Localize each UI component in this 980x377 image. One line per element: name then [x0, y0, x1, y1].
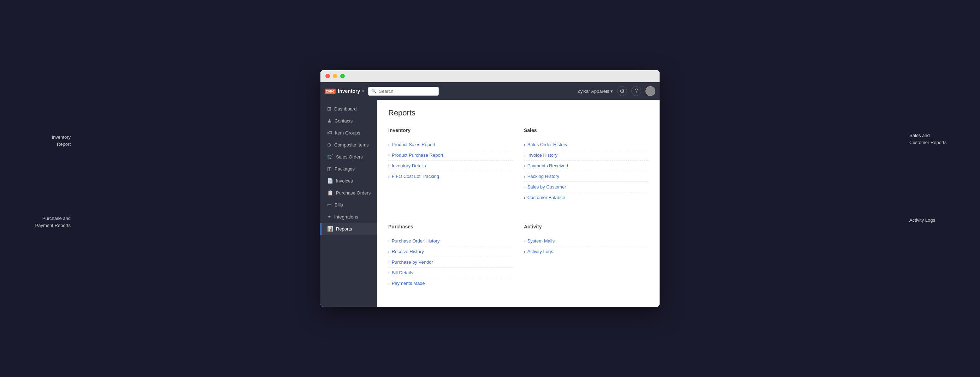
sidebar-item-integrations[interactable]: ✦ Integrations	[320, 211, 377, 223]
sidebar-item-bills[interactable]: ▭ Bills	[320, 199, 377, 211]
reports-grid: Inventory › Product Sales Report › Produ…	[388, 127, 648, 298]
chevron-icon: ›	[388, 164, 390, 168]
annotation-activity-logs: Activity Logs	[909, 217, 935, 224]
contacts-icon: ♟	[327, 118, 332, 124]
sidebar-label-invoices: Invoices	[336, 178, 353, 184]
system-mails-link[interactable]: › System Mails	[524, 236, 648, 246]
invoices-icon: 📄	[327, 178, 333, 184]
reports-icon: 📊	[327, 226, 333, 231]
packing-history-link[interactable]: › Packing History	[524, 171, 648, 182]
chevron-icon: ›	[524, 174, 525, 179]
org-name[interactable]: Zylkar Apparels ▾	[578, 89, 613, 94]
chevron-icon: ›	[524, 143, 525, 147]
search-input[interactable]	[379, 89, 435, 94]
invoice-history-link[interactable]: › Invoice History	[524, 150, 648, 161]
zoho-logo-badge: zoho	[325, 89, 336, 94]
inventory-section-title: Inventory	[388, 127, 512, 135]
product-purchase-report-link[interactable]: › Product Purchase Report	[388, 150, 512, 161]
chevron-icon: ›	[388, 153, 390, 157]
sidebar-label-purchase-orders: Purchase Orders	[336, 190, 371, 196]
close-button[interactable]	[325, 74, 330, 78]
annotation-inventory-report: Inventory Report	[52, 134, 71, 147]
sidebar-item-reports[interactable]: 📊 Reports	[320, 223, 377, 235]
payments-received-link[interactable]: › Payments Received	[524, 161, 648, 171]
sidebar-label-composite: Composite Items	[334, 142, 369, 147]
chevron-icon: ›	[524, 250, 525, 254]
sidebar-item-item-groups[interactable]: 🏷 Item Groups	[320, 127, 377, 139]
sidebar-label-reports: Reports	[336, 226, 352, 231]
chevron-icon: ›	[388, 143, 390, 147]
sidebar-label-packages: Packages	[334, 166, 355, 171]
app-dropdown-icon: ▾	[362, 89, 364, 93]
chevron-icon: ›	[524, 153, 525, 157]
search-icon: 🔍	[371, 89, 377, 93]
nav-right: Zylkar Apparels ▾ ⚙ ?	[578, 86, 655, 96]
sidebar-label-bills: Bills	[334, 202, 343, 208]
inventory-details-link[interactable]: › Inventory Details	[388, 161, 512, 171]
sidebar-item-contacts[interactable]: ♟ Contacts	[320, 115, 377, 127]
page-title: Reports	[388, 108, 648, 117]
sidebar-label-dashboard: Dashboard	[334, 106, 357, 112]
chevron-icon: ›	[388, 250, 390, 254]
chevron-icon: ›	[388, 239, 390, 243]
sales-by-customer-link[interactable]: › Sales by Customer	[524, 182, 648, 192]
sidebar-item-purchase-orders[interactable]: 📋 Purchase Orders	[320, 187, 377, 199]
composite-icon: ⊙	[327, 142, 331, 147]
bill-details-link[interactable]: › Bill Details	[388, 268, 512, 278]
activity-section-title: Activity	[524, 224, 648, 231]
chevron-icon: ›	[388, 174, 390, 179]
sidebar-label-integrations: Integrations	[334, 214, 358, 220]
purchase-order-history-link[interactable]: › Purchase Order History	[388, 236, 512, 246]
item-groups-icon: 🏷	[327, 130, 332, 136]
chevron-icon: ›	[524, 239, 525, 243]
sidebar-item-composite-items[interactable]: ⊙ Composite Items	[320, 139, 377, 151]
sidebar-item-sales-orders[interactable]: 🛒 Sales Orders	[320, 151, 377, 163]
sidebar-item-dashboard[interactable]: ⊞ Dashboard	[320, 103, 377, 115]
sales-order-history-link[interactable]: › Sales Order History	[524, 139, 648, 150]
settings-icon: ⚙	[620, 88, 625, 95]
chevron-icon: ›	[524, 196, 525, 200]
sidebar-item-packages[interactable]: ◫ Packages	[320, 163, 377, 175]
sidebar-label-contacts: Contacts	[334, 118, 353, 124]
annotation-sales-customer: Sales and Customer Reports	[909, 132, 947, 146]
brand-logo[interactable]: zoho Inventory ▾	[325, 88, 364, 94]
sidebar-label-item-groups: Item Groups	[335, 130, 360, 136]
purchases-section: Purchases › Purchase Order History › Rec…	[388, 224, 512, 288]
bills-icon: ▭	[327, 202, 332, 208]
chevron-icon: ›	[388, 271, 390, 275]
customer-balance-link[interactable]: › Customer Balance	[524, 192, 648, 203]
purchase-by-vendor-link[interactable]: › Purchase by Vendor	[388, 257, 512, 268]
receive-history-link[interactable]: › Receive History	[388, 246, 512, 257]
activity-section: Activity › System Mails › Activity Logs	[524, 224, 648, 288]
maximize-button[interactable]	[340, 74, 345, 78]
sidebar-item-invoices[interactable]: 📄 Invoices	[320, 175, 377, 187]
fifo-cost-lot-link[interactable]: › FIFO Cost Lot Tracking	[388, 171, 512, 181]
help-button[interactable]: ?	[631, 86, 641, 96]
chevron-icon: ›	[388, 260, 390, 265]
top-nav: zoho Inventory ▾ 🔍 Zylkar Apparels ▾ ⚙ ?	[320, 82, 660, 100]
purchases-section-title: Purchases	[388, 224, 512, 231]
integrations-icon: ✦	[327, 214, 331, 220]
activity-logs-link[interactable]: › Activity Logs	[524, 246, 648, 257]
avatar[interactable]	[646, 86, 655, 96]
minimize-button[interactable]	[333, 74, 337, 78]
sidebar-label-sales-orders: Sales Orders	[336, 154, 363, 160]
product-sales-report-link[interactable]: › Product Sales Report	[388, 139, 512, 150]
dashboard-icon: ⊞	[327, 106, 331, 112]
search-bar: 🔍	[368, 87, 439, 96]
sales-section: Sales › Sales Order History › Invoice Hi…	[524, 127, 648, 203]
packages-icon: ◫	[327, 166, 332, 171]
app-name: Inventory	[338, 88, 360, 94]
annotation-purchase-payment: Purchase and Payment Reports	[35, 215, 71, 229]
sidebar: ⊞ Dashboard ♟ Contacts 🏷 Item Groups ⊙ C…	[320, 100, 377, 307]
main-window: zoho Inventory ▾ 🔍 Zylkar Apparels ▾ ⚙ ?	[320, 70, 660, 307]
payments-made-link[interactable]: › Payments Made	[388, 278, 512, 288]
settings-button[interactable]: ⚙	[617, 86, 627, 96]
chevron-icon: ›	[524, 164, 525, 168]
main-layout: ⊞ Dashboard ♟ Contacts 🏷 Item Groups ⊙ C…	[320, 100, 660, 307]
chevron-icon: ›	[524, 185, 525, 189]
help-icon: ?	[635, 88, 638, 94]
sales-orders-icon: 🛒	[327, 154, 333, 160]
chevron-icon: ›	[388, 281, 390, 285]
title-bar	[320, 70, 660, 82]
